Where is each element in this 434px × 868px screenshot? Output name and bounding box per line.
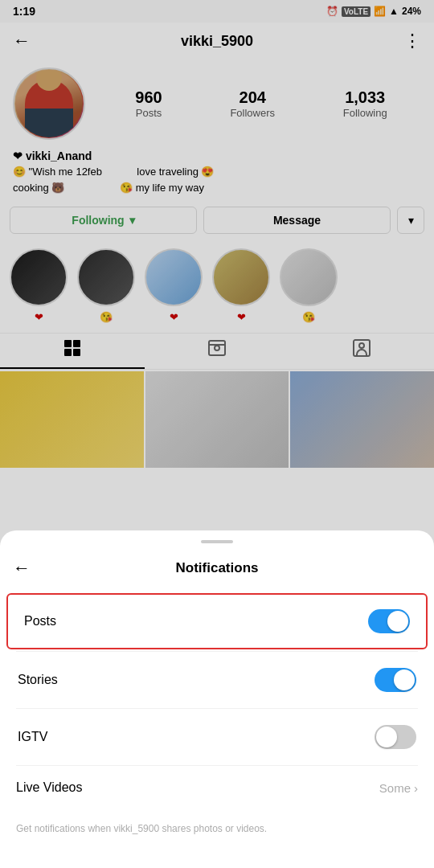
live-videos-value: Some — [379, 781, 411, 795]
toggle-knob — [387, 611, 408, 632]
live-videos-label: Live Videos — [16, 780, 82, 795]
chevron-right-icon: › — [414, 781, 418, 795]
stories-notification-label: Stories — [18, 673, 58, 687]
sheet-header: ← Notifications — [0, 550, 434, 592]
live-videos-value-area: Some › — [379, 781, 418, 795]
sheet-footnote: Get notifications when vikki_5900 shares… — [0, 809, 434, 836]
posts-notification-label: Posts — [24, 614, 56, 628]
notifications-bottom-sheet: ← Notifications Posts Stories IGTV Live … — [0, 530, 434, 868]
notification-row-posts: Posts — [6, 593, 428, 649]
stories-toggle[interactable] — [375, 668, 416, 692]
toggle-knob-igtv — [376, 727, 397, 747]
sheet-back-button[interactable]: ← — [13, 558, 31, 579]
toggle-knob-stories — [394, 669, 415, 690]
notification-row-live-videos[interactable]: Live Videos Some › — [0, 766, 434, 809]
notification-row-igtv: IGTV — [0, 709, 434, 765]
notification-row-stories: Stories — [0, 652, 434, 708]
igtv-toggle[interactable] — [375, 725, 416, 749]
sheet-title: Notifications — [176, 560, 259, 576]
igtv-notification-label: IGTV — [18, 730, 47, 744]
sheet-handle — [201, 540, 233, 543]
posts-toggle[interactable] — [368, 609, 410, 633]
